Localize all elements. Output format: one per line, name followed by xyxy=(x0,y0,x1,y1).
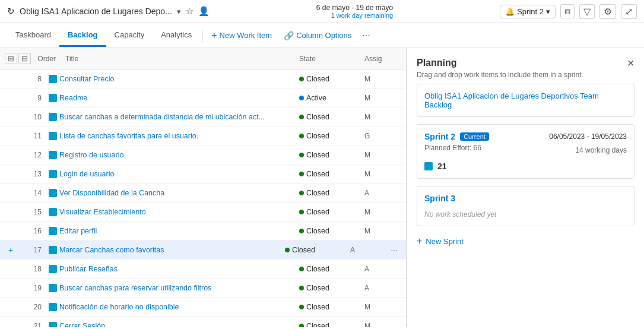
table-row[interactable]: + 13 Login de usuario Closed M ··· xyxy=(0,164,406,184)
row-order: 10 xyxy=(17,113,46,121)
table-row[interactable]: + 19 Buscar canchas para reservar utiliz… xyxy=(0,279,406,298)
row-title-link[interactable]: Buscar canchas a determinada distancia d… xyxy=(59,113,265,121)
minus-col-icon[interactable]: ⊟ xyxy=(18,53,31,64)
sprint2-name[interactable]: Sprint 2 xyxy=(424,132,455,141)
row-title: Visualizar Establecimiento xyxy=(46,208,294,216)
gear-icon[interactable]: ⚙ xyxy=(599,4,616,19)
row-title-link[interactable]: Readme xyxy=(59,94,87,102)
row-order: 9 xyxy=(17,94,46,102)
table-row[interactable]: + 16 Editar perfil Closed M ··· xyxy=(0,222,406,241)
tab-capacity[interactable]: Capacity xyxy=(106,24,153,47)
row-assign: M xyxy=(360,113,401,121)
row-assign: M xyxy=(360,227,401,235)
col-assign-header: Assig xyxy=(360,55,401,63)
row-title-link[interactable]: Buscar canchas para reservar utilizando … xyxy=(59,284,211,292)
table-row[interactable]: + 14 Ver Disponibilidad de la Cancha Clo… xyxy=(0,184,406,203)
row-assign: A xyxy=(360,265,401,273)
work-item-icon xyxy=(49,113,57,121)
new-sprint-label: New Sprint xyxy=(426,237,464,246)
sprint-selector[interactable]: 🔔 Sprint 2 ▾ xyxy=(500,5,556,18)
state-label: Closed xyxy=(306,170,329,178)
row-title-link[interactable]: Visualizar Establecimiento xyxy=(59,208,146,216)
work-item-icon xyxy=(49,151,57,159)
column-options-label: Column Options xyxy=(296,31,351,40)
table-row[interactable]: + 10 Buscar canchas a determinada distan… xyxy=(0,107,406,126)
tab-analytics[interactable]: Analytics xyxy=(153,24,200,47)
sprint2-wi-icon xyxy=(424,162,433,170)
row-title-link[interactable]: Publicar Reseñas xyxy=(59,265,118,273)
state-label: Closed xyxy=(306,189,329,197)
table-row[interactable]: + 20 Notificación de horario no disponib… xyxy=(0,298,406,317)
person-icon[interactable]: 👤 xyxy=(198,6,210,17)
work-item-icon xyxy=(49,303,57,311)
state-dot xyxy=(299,324,304,328)
row-title-link[interactable]: Login de usuario xyxy=(59,170,114,178)
row-more-options[interactable]: ··· xyxy=(387,245,401,255)
row-assign: M xyxy=(360,170,401,178)
backlog-item-link[interactable]: Oblig ISA1 Aplicacion de Lugares Deporti… xyxy=(424,91,599,109)
row-assign: M xyxy=(360,208,401,216)
row-state: Closed xyxy=(294,132,360,140)
row-assign: A xyxy=(360,284,401,292)
row-title-link[interactable]: Editar perfil xyxy=(59,227,97,235)
sliders-icon[interactable]: ⧈ xyxy=(560,4,575,18)
table-header: ⊞ ⊟ Order Title State Assig xyxy=(0,48,406,69)
state-label: Closed xyxy=(306,75,329,83)
new-sprint-button[interactable]: + New Sprint xyxy=(417,233,635,249)
row-title-link[interactable]: Ver Disponibilidad de la Cancha xyxy=(59,189,164,197)
row-title-link[interactable]: Cerrar Sesión xyxy=(59,322,105,328)
tab-backlog[interactable]: Backlog xyxy=(59,24,106,47)
sprint2-work-items: 21 xyxy=(424,162,627,171)
row-title-link[interactable]: Registro de usuario xyxy=(59,151,123,159)
more-options-button[interactable]: ··· xyxy=(357,27,375,45)
row-title: Notificación de horario no disponible xyxy=(46,303,294,311)
table-row[interactable]: + 15 Visualizar Establecimiento Closed M… xyxy=(0,203,406,222)
row-assign: A xyxy=(345,246,387,254)
star-icon[interactable]: ☆ xyxy=(186,6,193,17)
new-work-item-button[interactable]: + New Work Item xyxy=(205,27,278,45)
nav-separator xyxy=(202,30,203,42)
state-label: Closed xyxy=(306,132,329,140)
add-col-icon[interactable]: ⊞ xyxy=(5,53,17,64)
state-label: Closed xyxy=(306,151,329,159)
row-title: Login de usuario xyxy=(46,170,294,178)
table-row[interactable]: + 9 Readme Active M ··· xyxy=(0,88,406,107)
table-row[interactable]: + 12 Registro de usuario Closed M ··· xyxy=(0,145,406,164)
sprint2-badge: Current xyxy=(460,132,489,141)
project-title: Oblig ISA1 Aplicacion de Lugares Depo... xyxy=(20,7,172,16)
table-panel: ⊞ ⊟ Order Title State Assig + 8 Consulta… xyxy=(0,48,407,327)
sprint2-wi-count: 21 xyxy=(437,162,447,171)
refresh-icon[interactable]: ↻ xyxy=(7,6,15,17)
row-title-link[interactable]: Marcar Canchas como favoritas xyxy=(59,246,164,254)
row-title-link[interactable]: Notificación de horario no disponible xyxy=(59,303,179,311)
sprint3-empty: No work scheduled yet xyxy=(424,210,627,219)
table-row[interactable]: + 18 Publicar Reseñas Closed A ··· xyxy=(0,260,406,279)
table-row[interactable]: + 8 Consultar Precio Closed M ··· xyxy=(0,69,406,88)
state-dot xyxy=(299,267,304,271)
row-title-link[interactable]: Lista de canchas favoritas para el usuar… xyxy=(59,132,198,140)
sprint2-effort: Planned Effort: 66 xyxy=(424,144,481,152)
state-dot xyxy=(299,210,304,214)
state-dot xyxy=(285,248,290,252)
row-title-link[interactable]: Consultar Precio xyxy=(59,75,114,83)
table-row[interactable]: + 21 Cerrar Sesión Closed M ··· xyxy=(0,317,406,327)
sprint2-header: Sprint 2 Current 06/05/2023 - 19/05/2023 xyxy=(424,132,627,141)
state-label: Closed xyxy=(306,113,329,121)
table-row[interactable]: + 17 Marcar Canchas como favoritas Close… xyxy=(0,241,406,260)
sprint3-name[interactable]: Sprint 3 xyxy=(424,194,627,203)
row-state: Closed xyxy=(294,322,360,328)
expand-icon[interactable]: ⤢ xyxy=(621,4,637,19)
row-state: Closed xyxy=(294,303,360,311)
row-order: 14 xyxy=(17,189,46,197)
column-options-button[interactable]: 🔗 Column Options xyxy=(278,27,357,44)
state-dot xyxy=(299,115,304,119)
col-title-header: Title xyxy=(61,55,294,63)
tab-taskboard[interactable]: Taskboard xyxy=(7,24,59,47)
table-row[interactable]: + 11 Lista de canchas favoritas para el … xyxy=(0,126,406,145)
filter-icon[interactable]: ▽ xyxy=(579,4,595,19)
link-icon: 🔗 xyxy=(284,31,294,40)
planning-close-button[interactable]: ✕ xyxy=(627,58,635,69)
dropdown-icon[interactable]: ▾ xyxy=(177,7,181,16)
state-dot xyxy=(299,191,304,195)
row-add-button[interactable]: + xyxy=(5,245,17,255)
